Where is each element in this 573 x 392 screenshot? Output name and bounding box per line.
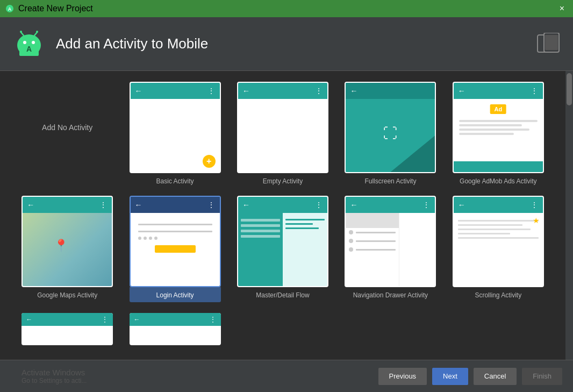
activity-item-admob[interactable]: ← ⋮ Ad [447, 82, 549, 185]
partial-card-2: ← ⋮ [130, 313, 221, 345]
scrollbar[interactable] [565, 71, 573, 360]
map-pin-icon: 📍 [54, 239, 68, 253]
empty-activity-card: ← ⋮ [237, 82, 328, 173]
basic-card-body: + [131, 99, 220, 172]
menu-dots-icon: ⋮ [315, 201, 323, 209]
close-button[interactable]: × [556, 3, 568, 15]
svg-rect-13 [545, 35, 558, 50]
menu-dots-icon: ⋮ [210, 316, 217, 323]
expand-icon: ⛶ [383, 125, 397, 142]
ad-banner [454, 161, 543, 172]
svg-point-4 [23, 41, 26, 44]
activity-item-login[interactable]: ← ⋮ [124, 196, 226, 302]
back-arrow-icon: ← [350, 201, 357, 209]
activity-item-fullscreen[interactable]: ← ⛶ Fullscreen Activity [339, 82, 441, 185]
activity-item-empty[interactable]: ← ⋮ Empty Activity [232, 82, 334, 185]
titlebar-title: Create New Project [18, 4, 93, 13]
activity-item-basic[interactable]: ← ⋮ + Basic Activity [124, 82, 226, 185]
partial-card-1: ← ⋮ [22, 313, 113, 345]
header: A Add an Activity to Mobile [0, 17, 573, 71]
menu-dots-icon: ⋮ [531, 201, 539, 209]
ad-badge: Ad [490, 104, 506, 114]
android-studio-icon: A [5, 4, 14, 13]
watermark: Activate Windows Go to Settings to acti.… [22, 368, 87, 384]
nav-drawer-card: ← ⋮ [345, 196, 436, 287]
menu-dots-icon: ⋮ [102, 316, 109, 323]
activity-grid: Add No Activity ← ⋮ + Basic [0, 71, 565, 360]
empty-activity-label: Empty Activity [263, 177, 303, 185]
menu-dots-icon: ⋮ [99, 201, 108, 209]
android-logo: A [13, 28, 45, 60]
main-content: Add No Activity ← ⋮ + Basic [0, 71, 573, 360]
basic-activity-label: Basic Activity [156, 177, 194, 185]
back-arrow-icon: ← [134, 316, 140, 323]
svg-point-8 [20, 31, 22, 33]
back-arrow-icon: ← [135, 201, 142, 209]
scrolling-activity-label: Scrolling Activity [475, 291, 521, 299]
back-arrow-icon: ← [242, 87, 250, 95]
activity-item-scrolling[interactable]: ← ⋮ ★ Scrolling Activity [447, 196, 549, 302]
titlebar-left: A Create New Project [5, 4, 93, 13]
back-arrow-icon: ← [27, 201, 34, 209]
nav-drawer-label: Navigation Drawer Activity [353, 291, 428, 299]
device-frames-icon [536, 33, 560, 55]
activity-item-master-detail[interactable]: ← ⋮ [232, 196, 334, 302]
basic-activity-card: ← ⋮ + [130, 82, 221, 173]
svg-point-5 [32, 41, 35, 44]
back-arrow-icon: ← [458, 201, 465, 209]
admob-activity-label: Google AdMob Ads Activity [460, 177, 536, 185]
activity-item-maps[interactable]: ← ⋮ 📍 Google Maps Activity [16, 196, 118, 302]
back-arrow-icon: ← [458, 87, 465, 95]
fullscreen-activity-card: ← ⛶ [345, 82, 436, 173]
titlebar: A Create New Project × [0, 0, 573, 17]
login-activity-card: ← ⋮ [130, 196, 221, 287]
svg-line-6 [21, 32, 24, 35]
star-icon: ★ [533, 216, 540, 225]
svg-line-7 [34, 32, 37, 35]
back-arrow-icon: ← [242, 201, 250, 209]
footer: Activate Windows Go to Settings to acti.… [0, 360, 573, 392]
menu-dots-icon: ⋮ [207, 201, 216, 209]
empty-card-body [238, 99, 327, 172]
back-arrow-icon: ← [350, 87, 357, 95]
next-button[interactable]: Next [432, 368, 468, 385]
master-detail-card: ← ⋮ [237, 196, 328, 287]
back-arrow-icon: ← [26, 316, 32, 323]
menu-dots-icon: ⋮ [531, 87, 539, 95]
scrolling-activity-card: ← ⋮ ★ [453, 196, 544, 287]
menu-dots-icon: ⋮ [207, 87, 216, 95]
header-title: Add an Activity to Mobile [56, 35, 208, 52]
activity-item-partial-2[interactable]: ← ⋮ [124, 313, 226, 345]
cancel-button[interactable]: Cancel [474, 368, 517, 385]
svg-text:A: A [8, 6, 12, 12]
menu-dots-icon: ⋮ [315, 87, 323, 95]
svg-text:A: A [26, 45, 32, 53]
fullscreen-activity-label: Fullscreen Activity [364, 177, 416, 185]
activity-item-no-activity[interactable]: Add No Activity [16, 82, 118, 185]
fab-button: + [203, 155, 216, 168]
activity-item-nav-drawer[interactable]: ← ⋮ [339, 196, 441, 302]
finish-button[interactable]: Finish [522, 368, 562, 385]
back-arrow-icon: ← [135, 87, 142, 95]
menu-dots-icon: ⋮ [422, 201, 431, 209]
scrollbar-thumb[interactable] [567, 73, 572, 105]
admob-activity-card: ← ⋮ Ad [453, 82, 544, 173]
maps-activity-label: Google Maps Activity [37, 291, 97, 299]
login-activity-label: Login Activity [156, 291, 194, 299]
previous-button[interactable]: Previous [378, 368, 427, 385]
master-detail-label: Master/Detail Flow [256, 291, 309, 299]
maps-activity-card: ← ⋮ 📍 [22, 196, 113, 287]
svg-point-9 [36, 31, 38, 33]
no-activity-placeholder: Add No Activity [22, 82, 113, 173]
activity-item-partial-1[interactable]: ← ⋮ [16, 313, 118, 345]
